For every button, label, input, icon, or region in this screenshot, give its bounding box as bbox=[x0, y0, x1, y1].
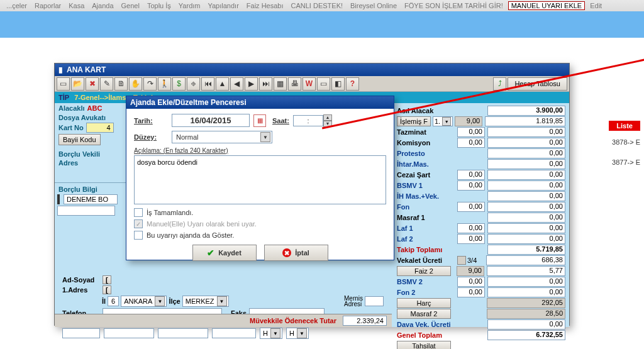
menu-item[interactable]: Yardım bbox=[176, 2, 203, 9]
tool-help-icon[interactable]: ? bbox=[346, 77, 359, 91]
tahsilat-button[interactable]: Tahsilat bbox=[397, 341, 451, 349]
vekalet-checkbox[interactable] bbox=[457, 256, 466, 265]
laf2-amount[interactable]: 0,00 bbox=[487, 234, 565, 244]
tool-prev-icon[interactable]: ◀ bbox=[230, 77, 243, 91]
harc-button[interactable]: Harç bbox=[397, 298, 451, 308]
bsmv2-amount[interactable]: 0,00 bbox=[487, 277, 565, 287]
bsmv1-amount[interactable]: 0,00 bbox=[487, 180, 565, 191]
tool-edit-icon[interactable]: ◧ bbox=[331, 77, 345, 91]
asil-alacak-amount[interactable]: 3.900,00 bbox=[487, 106, 565, 116]
tool-doc-icon[interactable]: 🗎 bbox=[114, 77, 128, 91]
tool-first-icon[interactable]: ⏮ bbox=[201, 77, 214, 91]
menu-item[interactable]: Kasa bbox=[66, 2, 87, 9]
calendar-icon[interactable]: ▦ bbox=[253, 114, 266, 127]
liste-tab[interactable]: Liste bbox=[609, 121, 640, 131]
kaydet-button[interactable]: ✔Kaydet bbox=[192, 245, 257, 261]
faiz2-amount[interactable]: 5,77 bbox=[487, 266, 565, 276]
mernis-field[interactable] bbox=[365, 296, 384, 306]
menu-item[interactable]: Genel bbox=[119, 2, 142, 9]
ihmas-amount[interactable]: 0,00 bbox=[487, 191, 565, 201]
cezai-rate[interactable]: 0,00 bbox=[457, 170, 485, 180]
tazminat-amount[interactable]: 0,00 bbox=[487, 127, 565, 137]
tool-next-icon[interactable]: ▶ bbox=[245, 77, 258, 91]
masraf1-amount[interactable]: 0,00 bbox=[487, 213, 565, 223]
davavek-amount[interactable]: 0,00 bbox=[487, 319, 565, 330]
cezai-amount[interactable]: 0,00 bbox=[487, 170, 565, 180]
tool-redo-icon[interactable]: ↷ bbox=[143, 77, 157, 91]
menu-item[interactable]: Faiz Hesabı bbox=[244, 2, 286, 9]
fon2-amount[interactable]: 0,00 bbox=[487, 287, 565, 297]
iptal-button[interactable]: ✖İptal bbox=[264, 245, 328, 261]
islemis-faiz-button[interactable]: İşlemiş F bbox=[397, 116, 431, 126]
tool-money-icon[interactable]: $ bbox=[172, 77, 186, 91]
menu-item[interactable]: Raporlar bbox=[32, 2, 64, 9]
tool-exit-icon[interactable]: ⎆ bbox=[187, 77, 200, 91]
menu-item[interactable]: FÖYE SON İŞLEM TARİHİ GİR! bbox=[402, 2, 506, 9]
mbb-select[interactable]: H▼ bbox=[260, 328, 282, 339]
faiz2-button[interactable]: Faiz 2 bbox=[397, 266, 451, 276]
tool-save-icon[interactable]: ✎ bbox=[100, 77, 113, 91]
islemis-faiz-select[interactable]: 1.▼ bbox=[433, 116, 453, 126]
vekalet-fraction: 3/4 bbox=[467, 257, 486, 264]
komisyon-amount[interactable]: 0,00 bbox=[487, 138, 565, 148]
tool-last-icon[interactable]: ⏭ bbox=[259, 77, 272, 91]
masraf2-button[interactable]: Masraf 2 bbox=[397, 309, 451, 319]
tool-hand-icon[interactable]: ✋ bbox=[129, 77, 142, 91]
menu-item[interactable]: Bireysel Online bbox=[348, 2, 399, 9]
tool-grid-icon[interactable]: ▦ bbox=[274, 77, 287, 91]
menu-item[interactable]: CANLI DESTEK! bbox=[289, 2, 346, 9]
laf1-amount[interactable]: 0,00 bbox=[487, 223, 565, 233]
hesap-tablosu-button[interactable]: Hesap Tablosu bbox=[508, 77, 567, 91]
ad-soyad-button[interactable]: [ bbox=[103, 275, 111, 284]
tool-person-icon[interactable]: 🚶 bbox=[158, 77, 171, 91]
komisyon-rate[interactable]: 0,00 bbox=[457, 138, 485, 148]
laf1-rate[interactable]: 0,00 bbox=[457, 223, 485, 233]
teblig-field[interactable] bbox=[62, 328, 100, 338]
fon-rate[interactable]: 0,00 bbox=[457, 202, 485, 212]
adres1-button[interactable]: [ bbox=[103, 285, 111, 294]
ilce-select[interactable]: MERKEZ▼ bbox=[182, 296, 229, 307]
laf2-rate[interactable]: 0,00 bbox=[457, 234, 485, 244]
aciklama-textarea[interactable] bbox=[134, 155, 386, 204]
side-code: 3878-> E bbox=[612, 138, 640, 146]
kesinlesme-field[interactable] bbox=[104, 328, 154, 338]
tool-w-icon[interactable]: W bbox=[303, 77, 316, 91]
bsmv2-rate[interactable]: 0,00 bbox=[457, 277, 485, 287]
tazminat-rate[interactable]: 0,00 bbox=[457, 127, 485, 137]
bayii-kodu-button[interactable]: Bayii Kodu bbox=[58, 134, 101, 145]
saat-field[interactable]: : bbox=[293, 115, 323, 126]
borclu-deneme-field[interactable]: DENEME BO bbox=[64, 194, 118, 204]
menu-item[interactable]: Toplu İş bbox=[145, 2, 174, 9]
chk-ajanda-goster[interactable]: Bu uyarıyı ajanda da Göster. bbox=[134, 231, 386, 240]
itiraz-field[interactable] bbox=[212, 328, 256, 338]
fon-amount[interactable]: 0,00 bbox=[487, 202, 565, 212]
tool-x-icon[interactable]: ✖ bbox=[86, 77, 99, 91]
bsmv1-rate[interactable]: 0,00 bbox=[457, 180, 485, 191]
ihtar-amount[interactable]: 0,00 bbox=[487, 159, 565, 169]
tool-print-icon[interactable]: 🖶 bbox=[288, 77, 301, 91]
islemis-faiz-amount[interactable]: 1.819,85 bbox=[485, 116, 565, 126]
menu-item[interactable]: Ajanda bbox=[89, 2, 116, 9]
kart-no-label: Kart No bbox=[58, 124, 84, 131]
protesto-amount[interactable]: 0,00 bbox=[487, 148, 565, 158]
il-code-field[interactable]: 6 bbox=[108, 296, 119, 306]
window-titlebar: ▮ ANA KART bbox=[55, 64, 569, 76]
tarih-field[interactable]: 16/04/2015 bbox=[172, 114, 250, 127]
menu-item[interactable]: Edit bbox=[587, 2, 604, 9]
menu-item[interactable]: ...çeler bbox=[4, 2, 30, 9]
chk-is-tamamlandi[interactable]: İş Tamamlandı. bbox=[134, 208, 386, 217]
son-odeme-field[interactable] bbox=[158, 328, 208, 338]
fon2-rate[interactable]: 0,00 bbox=[457, 287, 485, 297]
tool-new-icon[interactable]: ▭ bbox=[57, 77, 70, 91]
il-select[interactable]: ANKARA▼ bbox=[121, 296, 167, 307]
kart-no-field[interactable]: 4 bbox=[86, 123, 114, 133]
borclu-empty-field[interactable] bbox=[57, 206, 115, 216]
vekalet-amount[interactable]: 686,38 bbox=[486, 255, 565, 265]
tool-up-icon[interactable]: ▲ bbox=[216, 77, 229, 91]
menu-manuel-uyari-ekle[interactable]: MANUEL UYARI EKLE bbox=[508, 1, 585, 10]
tool-folder-icon[interactable]: ▭ bbox=[317, 77, 330, 91]
tool-open-icon[interactable]: 📂 bbox=[71, 77, 84, 91]
bila-select[interactable]: H▼ bbox=[286, 328, 309, 339]
duzey-select[interactable]: Normal▼ bbox=[172, 131, 272, 143]
menu-item[interactable]: Yapılandır bbox=[205, 2, 241, 9]
